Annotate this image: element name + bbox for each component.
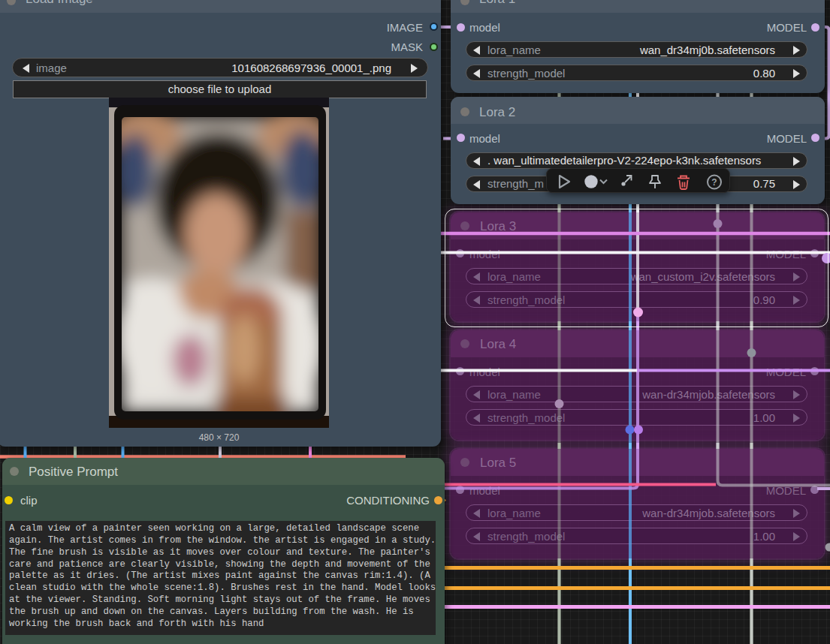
svg-text:?: ? — [711, 177, 717, 188]
